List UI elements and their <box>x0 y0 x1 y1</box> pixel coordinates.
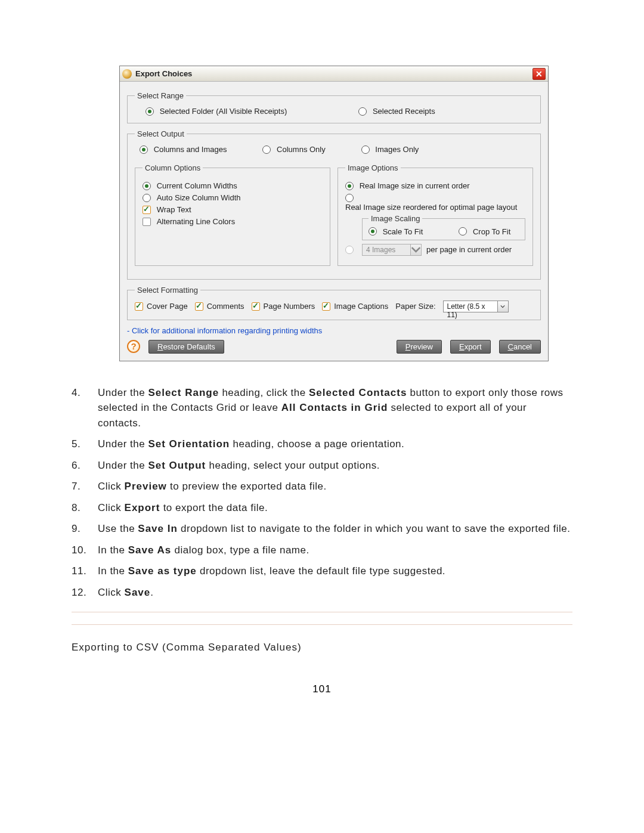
checkbox-page-numbers[interactable]: Page Numbers <box>252 302 315 311</box>
radio-icon <box>345 194 354 202</box>
export-button[interactable]: Export <box>450 340 491 354</box>
image-scaling-group: Image Scaling Scale To Fit Crop To Fit <box>362 214 525 240</box>
select-formatting-legend: Select Formatting <box>135 286 200 295</box>
checkbox-image-captions[interactable]: Image Captions <box>322 302 388 311</box>
radio-icon <box>143 182 151 190</box>
radio-selected-receipts[interactable]: Selected Receipts <box>358 106 435 116</box>
radio-icon <box>262 145 271 154</box>
checkbox-icon <box>143 206 151 214</box>
checkbox-comments[interactable]: Comments <box>195 302 244 311</box>
checkbox-cover-page[interactable]: Cover Page <box>135 302 188 311</box>
radio-icon <box>345 182 354 190</box>
dialog-body: Select Range Selected Folder (All Visibl… <box>120 82 548 361</box>
step-4: 4.Under the Select Range heading, click … <box>72 385 572 431</box>
radio-images-per-page <box>345 246 354 254</box>
cancel-button[interactable]: Cancel <box>499 340 541 354</box>
column-options-group: Column Options Current Column Widths Aut… <box>135 163 330 266</box>
dialog-titlebar: Export Choices ✕ <box>120 66 548 82</box>
images-per-page-select: 4 Images <box>362 244 422 256</box>
radio-columns-and-images[interactable]: Columns and Images <box>140 144 227 154</box>
radio-scale-to-fit[interactable]: Scale To Fit <box>369 227 423 236</box>
paper-size-label: Paper Size: <box>395 302 435 311</box>
document-page: Export Choices ✕ Select Range Selected F… <box>0 0 644 731</box>
radio-columns-only[interactable]: Columns Only <box>262 144 325 154</box>
close-icon[interactable]: ✕ <box>532 68 546 80</box>
radio-real-image-current-order[interactable]: Real Image size in current order <box>345 181 525 190</box>
step-6: 6.Under the Set Output heading, select y… <box>72 458 572 473</box>
app-icon <box>122 69 132 79</box>
checkbox-alternating-colors[interactable]: Alternating Line Colors <box>143 216 323 226</box>
export-choices-dialog: Export Choices ✕ Select Range Selected F… <box>119 66 549 361</box>
radio-current-column-widths[interactable]: Current Column Widths <box>143 181 323 190</box>
step-12: 12.Click Save. <box>72 585 572 600</box>
radio-icon <box>361 145 370 154</box>
select-output-group: Select Output Columns and Images Columns… <box>127 129 541 280</box>
step-11: 11.In the Save as type dropdown list, le… <box>72 563 572 579</box>
radio-selected-folder[interactable]: Selected Folder (All Visible Receipts) <box>145 106 287 116</box>
restore-defaults-button[interactable]: Restore Defaults <box>148 340 224 354</box>
checkbox-icon <box>135 302 143 311</box>
step-8: 8.Click Export to export the data file. <box>72 500 572 516</box>
divider <box>72 624 572 625</box>
dialog-title: Export Choices <box>135 69 532 78</box>
preview-button[interactable]: Preview <box>397 340 442 354</box>
step-5: 5.Under the Set Orientation heading, cho… <box>72 436 572 452</box>
select-range-legend: Select Range <box>135 91 186 100</box>
radio-icon <box>140 145 148 154</box>
step-9: 9.Use the Save In dropdown list to navig… <box>72 521 572 537</box>
checkbox-icon <box>322 302 330 311</box>
radio-icon <box>369 227 377 236</box>
help-icon[interactable]: ? <box>127 340 140 353</box>
checkbox-icon <box>195 302 203 311</box>
column-options-legend: Column Options <box>143 163 203 172</box>
checkbox-wrap-text[interactable]: Wrap Text <box>143 205 323 214</box>
radio-images-only[interactable]: Images Only <box>361 144 419 154</box>
radio-auto-size-column-width[interactable]: Auto Size Column Width <box>143 193 323 202</box>
image-scaling-legend: Image Scaling <box>369 214 422 223</box>
radio-icon <box>145 107 154 116</box>
step-7: 7.Click Preview to preview the exported … <box>72 479 572 494</box>
paper-size-select[interactable]: Letter (8.5 x 11) <box>443 301 509 312</box>
radio-icon <box>143 194 151 202</box>
divider <box>72 612 572 612</box>
radio-real-image-reordered[interactable]: Real Image size reordered for optimal pa… <box>345 193 525 212</box>
checkbox-icon <box>143 218 151 226</box>
instruction-list: 4.Under the Select Range heading, click … <box>72 385 572 600</box>
select-output-legend: Select Output <box>135 129 187 138</box>
image-options-legend: Image Options <box>345 163 401 172</box>
image-options-group: Image Options Real Image size in current… <box>338 163 533 266</box>
select-range-group: Select Range Selected Folder (All Visibl… <box>127 91 541 123</box>
step-10: 10.In the Save As dialog box, type a fil… <box>72 543 572 558</box>
page-number: 101 <box>72 683 572 695</box>
radio-icon <box>358 107 367 116</box>
radio-icon <box>459 227 467 236</box>
checkbox-icon <box>252 302 260 311</box>
chevron-down-icon <box>410 244 421 255</box>
select-formatting-group: Select Formatting Cover Page Comments Pa… <box>127 286 541 320</box>
radio-crop-to-fit[interactable]: Crop To Fit <box>459 227 510 236</box>
printing-widths-link[interactable]: - Click for additional information regar… <box>127 326 541 335</box>
section-heading: Exporting to CSV (Comma Separated Values… <box>72 642 572 654</box>
chevron-down-icon <box>497 301 508 312</box>
